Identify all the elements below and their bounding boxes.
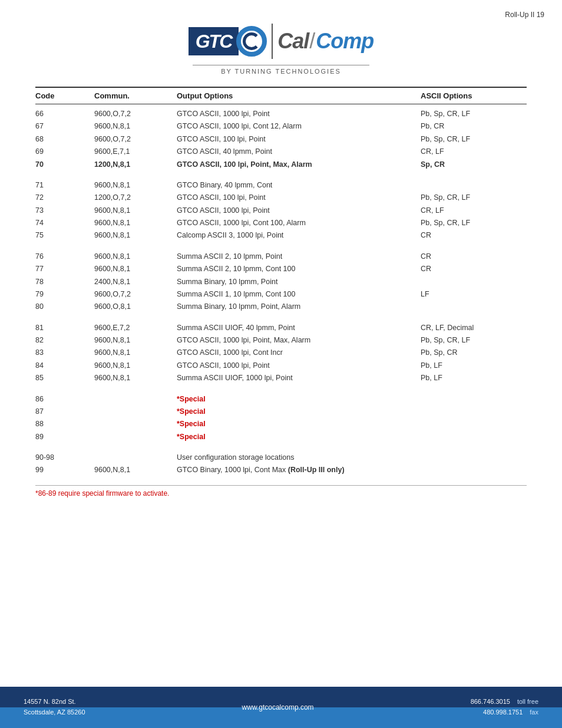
cell-code: 90-98	[35, 452, 94, 463]
cell-output: GTCO ASCII, 1000 lpi, Point, Max, Alarm	[177, 335, 421, 346]
table-row: 78 2400,N,8,1 Summa Binary, 10 lpmm, Poi…	[35, 276, 527, 288]
cell-ascii	[421, 419, 527, 430]
cell-output: Summa Binary, 10 lpmm, Point, Alarm	[177, 301, 421, 312]
cell-commun: 9600,N,8,1	[94, 335, 177, 346]
cell-ascii	[421, 452, 527, 463]
footer-address: 14557 N. 82nd St. Scottsdale, AZ 85260	[24, 697, 85, 717]
cell-ascii: Pb, CR	[421, 121, 527, 132]
cell-commun: 9600,N,8,1	[94, 360, 177, 371]
row-group-1: 66 9600,O,7,2 GTCO ASCII, 1000 lpi, Poin…	[35, 108, 527, 171]
cell-code: 86	[35, 394, 94, 405]
cell-ascii: Pb, Sp, CR, LF	[421, 335, 527, 346]
cell-commun	[94, 431, 177, 443]
row-group-2: 71 9600,N,8,1 GTCO Binary, 40 lpmm, Cont…	[35, 179, 527, 242]
table-row: 77 9600,N,8,1 Summa ASCII 2, 10 lpmm, Co…	[35, 263, 527, 275]
cell-code: 78	[35, 276, 94, 288]
cell-code: 69	[35, 146, 94, 157]
table-row: 75 9600,N,8,1 Calcomp ASCII 3, 1000 lpi,…	[35, 229, 527, 242]
cell-code: 79	[35, 289, 94, 300]
cell-code: 77	[35, 263, 94, 275]
cell-output: GTCO ASCII, 40 lpmm, Point	[177, 146, 421, 157]
cell-output: GTCO ASCII, 1000 lpi, Point	[177, 108, 421, 120]
cell-commun: 1200,O,7,2	[94, 192, 177, 203]
cell-output: GTCO ASCII, 100 lpi, Point	[177, 134, 421, 145]
gtco-logo: GTC	[189, 26, 267, 57]
table-row: 88 *Special	[35, 418, 527, 430]
cell-ascii: Pb, Sp, CR, LF	[421, 108, 527, 120]
cell-ascii: Pb, Sp, CR	[421, 347, 527, 358]
cell-commun: 9600,N,8,1	[94, 121, 177, 132]
footer-address-line1: 14557 N. 82nd St.	[24, 697, 85, 707]
cell-commun: 9600,N,8,1	[94, 205, 177, 216]
cell-code: 66	[35, 108, 94, 120]
footer-phone1: 866.746.3015	[471, 697, 510, 707]
table-row: 83 9600,N,8,1 GTCO ASCII, 1000 lpi, Cont…	[35, 347, 527, 359]
cell-output: User configuration storage locations	[177, 452, 421, 463]
table-row: 90-98 User configuration storage locatio…	[35, 452, 527, 464]
table-row: 73 9600,N,8,1 GTCO ASCII, 1000 lpi, Poin…	[35, 205, 527, 217]
cell-ascii	[421, 180, 527, 191]
cell-commun: 9600,N,8,1	[94, 218, 177, 229]
cell-output: Summa Binary, 10 lpmm, Point	[177, 276, 421, 288]
cell-output: GTCO ASCII, 1000 lpi, Point	[177, 205, 421, 216]
cell-code: 73	[35, 205, 94, 216]
cell-output: Summa ASCII 2, 10 lpmm, Cont 100	[177, 263, 421, 275]
calcomp-text: Cal / Comp	[277, 29, 373, 54]
logo-divider-line	[272, 24, 273, 59]
cell-ascii: Pb, Sp, CR, LF	[421, 134, 527, 145]
table-row: 84 9600,N,8,1 GTCO ASCII, 1000 lpi, Poin…	[35, 360, 527, 372]
table-row: 79 9600,O,7,2 Summa ASCII 1, 10 lpmm, Co…	[35, 288, 527, 301]
col-header-output: Output Options	[177, 91, 421, 100]
col-header-commun: Commun.	[94, 91, 177, 100]
table-row: 80 9600,O,8,1 Summa Binary, 10 lpmm, Poi…	[35, 301, 527, 313]
row-group-5: 86 *Special 87 *Special 88 *Special 89	[35, 393, 527, 444]
cell-output: GTCO ASCII, 100 lpi, Point	[177, 192, 421, 203]
cell-code: 83	[35, 347, 94, 358]
cell-ascii: CR	[421, 230, 527, 241]
cell-code: 70	[35, 159, 94, 170]
table-body: 66 9600,O,7,2 GTCO ASCII, 1000 lpi, Poin…	[35, 108, 527, 477]
row-group-4: 81 9600,E,7,2 Summa ASCII UIOF, 40 lpmm,…	[35, 322, 527, 385]
cell-code: 71	[35, 180, 94, 191]
table-row: 85 9600,N,8,1 Summa ASCII UIOF, 1000 lpi…	[35, 372, 527, 384]
footer-address-line2: Scottsdale, AZ 85260	[24, 707, 85, 718]
cell-output: GTCO ASCII, 1000 lpi, Cont 100, Alarm	[177, 218, 421, 229]
cell-ascii: Pb, Sp, CR, LF	[421, 192, 527, 203]
cell-commun: 9600,E,7,1	[94, 146, 177, 157]
cell-code: 85	[35, 373, 94, 384]
table-row: 89 *Special	[35, 431, 527, 443]
cell-commun: 9600,O,7,2	[94, 134, 177, 145]
logo-c-graphic	[236, 26, 267, 57]
cal-slash: /	[309, 29, 315, 54]
cell-ascii	[421, 301, 527, 312]
cal-text: Cal	[277, 29, 309, 54]
cell-ascii: Pb, LF	[421, 373, 527, 384]
cell-output-special: *Special	[177, 419, 421, 430]
table-header: Code Commun. Output Options ASCII Option…	[35, 87, 527, 104]
bottom-footer: 14557 N. 82nd St. Scottsdale, AZ 85260 w…	[0, 687, 562, 728]
main-content: Code Commun. Output Options ASCII Option…	[0, 81, 562, 509]
row-group-6: 90-98 User configuration storage locatio…	[35, 452, 527, 477]
cell-commun	[94, 394, 177, 405]
cell-output: Summa ASCII UIOF, 1000 lpi, Point	[177, 373, 421, 384]
cell-code: 72	[35, 192, 94, 203]
row-group-3: 76 9600,N,8,1 Summa ASCII 2, 10 lpmm, Po…	[35, 251, 527, 314]
cell-output: Summa ASCII 2, 10 lpmm, Point	[177, 251, 421, 262]
table-row: 99 9600,N,8,1 GTCO Binary, 1000 lpi, Con…	[35, 464, 527, 476]
cell-ascii: Pb, Sp, CR, LF	[421, 218, 527, 229]
cell-output-special: *Special	[177, 431, 421, 443]
col-header-code: Code	[35, 91, 94, 100]
cell-output-special: *Special	[177, 406, 421, 417]
cell-commun: 9600,E,7,2	[94, 322, 177, 334]
cell-commun: 9600,O,7,2	[94, 289, 177, 300]
cell-commun: 9600,N,8,1	[94, 180, 177, 191]
cell-output-special: *Special	[177, 394, 421, 405]
cell-ascii: CR, LF	[421, 146, 527, 157]
comp-text: Comp	[316, 29, 373, 54]
cell-code: 80	[35, 301, 94, 312]
cell-output: GTCO ASCII, 1000 lpi, Point	[177, 360, 421, 371]
cell-code: 81	[35, 322, 94, 334]
cell-code: 87	[35, 406, 94, 417]
cell-ascii: Sp, CR	[421, 159, 527, 170]
cell-commun: 9600,N,8,1	[94, 230, 177, 241]
